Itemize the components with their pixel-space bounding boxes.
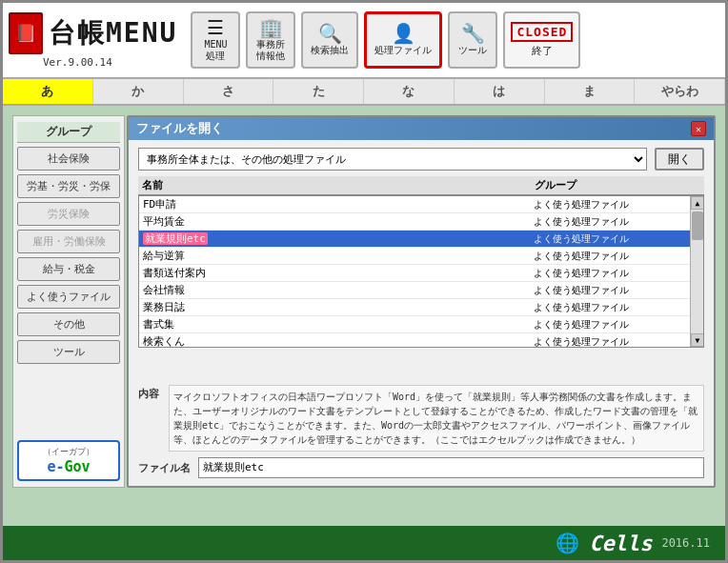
header-bar: 📕 台帳MENU Ver.9.00.14 ☰ MENU処理 🏢 事務所情報他 🔍… <box>3 3 725 79</box>
file-row-4[interactable]: 書類送付案内 よく使う処理ファイル <box>139 265 690 282</box>
content-label: 内容 <box>138 387 165 401</box>
egov-button[interactable]: （イーガブ） e-Gov <box>17 440 120 481</box>
file-row-1[interactable]: 平均賃金 よく使う処理ファイル <box>139 213 690 231</box>
dialog-close-button[interactable]: ✕ <box>691 121 706 136</box>
file-row-0[interactable]: FD申請 よく使う処理ファイル <box>139 196 690 213</box>
file-row-8[interactable]: 検索くん よく使う処理ファイル <box>139 333 690 347</box>
file-name-5: 会社情報 <box>143 283 534 297</box>
jimusho-icon: 🏢 <box>259 18 283 37</box>
file-table-body: FD申請 よく使う処理ファイル 平均賃金 よく使う処理ファイル <box>139 196 690 347</box>
content-text: マイクロソフトオフィスの日本語ワープロソフト「Word」を使って「就業規則」等人… <box>169 385 704 452</box>
file-name-1: 平均賃金 <box>143 214 534 229</box>
dialog-body: 事務所全体または、その他の処理ファイル 開く 名前 グループ <box>129 140 714 486</box>
file-group-6: よく使う処理ファイル <box>534 301 686 314</box>
file-name-6: 業務日誌 <box>143 300 534 314</box>
tool-icon: 🔧 <box>461 24 485 43</box>
menu-icon: ☰ <box>207 18 224 37</box>
tab-sa[interactable]: さ <box>184 79 274 104</box>
file-group-0: よく使う処理ファイル <box>534 198 686 211</box>
brand-name: Cells <box>589 532 652 555</box>
logo-title-wrap: 📕 台帳MENU <box>9 12 177 54</box>
egov-label: e-Gov <box>23 458 114 475</box>
content-section: 内容 マイクロソフトオフィスの日本語ワープロソフト「Word」を使って「就業規則… <box>138 385 704 452</box>
tool-button[interactable]: 🔧 ツール <box>448 11 497 69</box>
scroll-down-arrow[interactable]: ▼ <box>691 333 704 347</box>
file-row-6[interactable]: 業務日誌 よく使う処理ファイル <box>139 299 690 316</box>
shori-file-button[interactable]: 👤 処理ファイル <box>364 11 442 69</box>
open-button[interactable]: 開く <box>655 148 704 171</box>
logo-book-icon: 📕 <box>9 12 43 54</box>
sidebar-btn-rosai[interactable]: 労災保険 <box>17 202 120 226</box>
file-group-5: よく使う処理ファイル <box>534 284 686 297</box>
closed-button[interactable]: CLOSED 終了 <box>503 11 580 69</box>
kensaku-button-label: 検索抽出 <box>311 45 349 56</box>
menu-processing-button[interactable]: ☰ MENU処理 <box>191 11 240 69</box>
file-name-0: FD申請 <box>143 197 534 211</box>
scroll-up-arrow[interactable]: ▲ <box>691 196 704 210</box>
closed-label: CLOSED <box>511 22 573 42</box>
sidebar-btn-kyuyo[interactable]: 給与・税金 <box>17 257 120 281</box>
sidebar-btn-yoku[interactable]: よく使うファイル <box>17 285 120 309</box>
logo-area: 📕 台帳MENU Ver.9.00.14 <box>9 12 177 69</box>
footer-version: 2016.11 <box>661 536 710 550</box>
tab-na[interactable]: な <box>364 79 455 104</box>
globe-icon: 🌐 <box>556 532 579 554</box>
tab-ka[interactable]: か <box>93 79 184 104</box>
tool-button-label: ツール <box>458 45 487 56</box>
file-group-1: よく使う処理ファイル <box>534 215 686 229</box>
tab-navigation: あ か さ た な は ま やらわ <box>3 79 725 106</box>
jimusho-button-label: 事務所情報他 <box>256 39 285 62</box>
file-list-section: 名前 グループ FD申請 よく使う処理ファイル <box>138 176 704 379</box>
col-header-group: グループ <box>535 178 687 192</box>
main-content: グループ 社会保険 労基・労災・労保 労災保険 雇用・労働保険 給与・税金 よく… <box>3 106 725 526</box>
file-group-2: よく使う処理ファイル <box>534 232 686 246</box>
file-row-2[interactable]: 就業規則etc よく使う処理ファイル <box>139 231 690 248</box>
left-sidebar: グループ 社会保険 労基・労災・労保 労災保険 雇用・労働保険 給与・税金 よく… <box>12 115 125 488</box>
app-version: Ver.9.00.14 <box>43 56 112 69</box>
dialog-titlebar: ファイルを開く ✕ <box>129 117 714 140</box>
file-name-2: 就業規則etc <box>143 231 534 246</box>
file-name-3: 給与逆算 <box>143 249 534 263</box>
file-row-3[interactable]: 給与逆算 よく使う処理ファイル <box>139 248 690 265</box>
file-group-4: よく使う処理ファイル <box>534 267 686 280</box>
sidebar-btn-sonota[interactable]: その他 <box>17 312 120 336</box>
sidebar-btn-tool[interactable]: ツール <box>17 340 120 364</box>
filename-section: ファイル名 就業規則etc <box>138 457 704 478</box>
file-group-8: よく使う処理ファイル <box>534 335 686 348</box>
file-category-dropdown[interactable]: 事務所全体または、その他の処理ファイル <box>138 148 647 171</box>
file-icon: 👤 <box>392 24 415 43</box>
file-name-7: 書式集 <box>143 317 534 332</box>
filename-label: ファイル名 <box>138 461 191 475</box>
app-title: 台帳MENU <box>49 15 177 51</box>
end-label: 終了 <box>532 44 553 58</box>
filename-value: 就業規則etc <box>198 457 704 478</box>
tab-ha[interactable]: は <box>455 79 545 104</box>
file-group-3: よく使う処理ファイル <box>534 250 686 263</box>
tab-yarawa[interactable]: やらわ <box>635 79 725 104</box>
sidebar-btn-koyo[interactable]: 雇用・労働保険 <box>17 230 120 253</box>
tab-ta[interactable]: た <box>273 79 364 104</box>
col-header-name: 名前 <box>142 178 535 192</box>
tab-ma[interactable]: ま <box>545 79 636 104</box>
file-row-7[interactable]: 書式集 よく使う処理ファイル <box>139 316 690 333</box>
shori-file-label: 処理ファイル <box>374 45 432 56</box>
tab-a[interactable]: あ <box>3 79 93 104</box>
file-name-4: 書類送付案内 <box>143 266 534 280</box>
sidebar-group-label: グループ <box>17 122 120 143</box>
jimusho-button[interactable]: 🏢 事務所情報他 <box>246 11 295 69</box>
file-list-scrollbar[interactable]: ▲ ▼ <box>690 196 703 347</box>
dialog-title: ファイルを開く <box>136 120 223 137</box>
footer: 🌐 Cells 2016.11 <box>3 526 725 560</box>
file-table-header: 名前 グループ <box>138 176 704 195</box>
file-open-dialog: ファイルを開く ✕ 事務所全体または、その他の処理ファイル 開く 名前 グループ <box>127 115 716 488</box>
scrollbar-thumb[interactable] <box>692 211 703 240</box>
file-row-5[interactable]: 会社情報 よく使う処理ファイル <box>139 282 690 299</box>
sidebar-btn-shakai[interactable]: 社会保険 <box>17 147 120 171</box>
file-name-8: 検索くん <box>143 334 534 347</box>
sidebar-btn-roki[interactable]: 労基・労災・労保 <box>17 174 120 198</box>
search-icon: 🔍 <box>318 24 342 43</box>
egov-ruby: （イーガブ） <box>23 446 114 458</box>
dropdown-row: 事務所全体または、その他の処理ファイル 開く <box>138 148 704 171</box>
kensaku-button[interactable]: 🔍 検索抽出 <box>301 11 358 69</box>
file-group-7: よく使う処理ファイル <box>534 318 686 332</box>
